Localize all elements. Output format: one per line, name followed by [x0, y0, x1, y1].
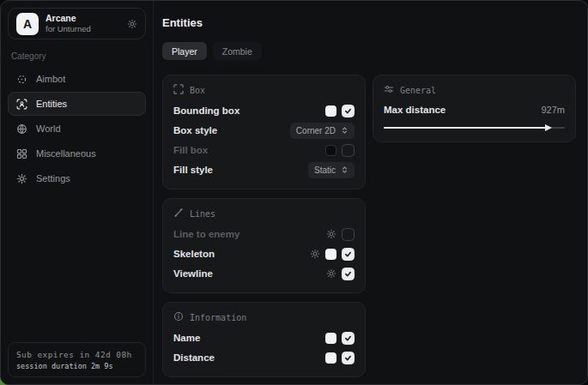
box-style-row: Box style Corner 2D	[173, 121, 355, 140]
line-to-enemy-row: Line to enemy	[173, 225, 355, 244]
sidebar: A Arcane for Unturned Category	[1, 1, 154, 384]
max-distance-label: Max distance	[384, 105, 446, 115]
sidebar-item-label: Entities	[36, 99, 67, 109]
app-logo: A	[16, 13, 39, 35]
sidebar-item-label: World	[36, 123, 61, 134]
gear-icon	[15, 173, 27, 184]
skeleton-label: Skeleton	[173, 249, 215, 259]
sidebar-item-miscellaneous[interactable]: Miscellaneous	[8, 141, 146, 165]
sub-expiry-text: Sub expires in 42d 08h	[16, 350, 137, 359]
distance-row: Distance	[173, 348, 355, 367]
box-style-label: Box style	[173, 125, 217, 135]
app-header-card: A Arcane for Unturned	[8, 8, 146, 39]
general-card-header: General	[384, 84, 565, 96]
sidebar-item-label: Aimbot	[36, 74, 65, 84]
gear-icon[interactable]	[326, 268, 336, 279]
tab-zombie[interactable]: Zombie	[213, 42, 262, 60]
box-style-dropdown[interactable]: Corner 2D	[290, 123, 355, 139]
lines-card-header: Lines	[173, 208, 355, 220]
line-to-enemy-checkbox[interactable]	[342, 228, 355, 241]
category-label: Category	[11, 51, 142, 61]
viewline-row: Viewline	[173, 264, 355, 283]
grid-icon	[15, 148, 27, 159]
app-subtitle: for Unturned	[45, 24, 91, 34]
globe-icon	[15, 123, 27, 135]
bounding-box-label: Bounding box	[173, 105, 239, 116]
arcane-window: A Arcane for Unturned Category	[0, 0, 588, 385]
left-column: Box Bounding box B	[162, 75, 366, 377]
gear-icon[interactable]	[310, 249, 320, 259]
gear-icon[interactable]	[127, 19, 137, 29]
info-icon	[173, 311, 184, 323]
viewfinder-icon	[173, 84, 184, 96]
sidebar-item-world[interactable]: World	[8, 117, 146, 141]
information-card-header: Information	[173, 311, 355, 323]
gear-icon[interactable]	[326, 229, 336, 239]
max-distance-slider[interactable]	[384, 123, 565, 132]
distance-checkbox[interactable]	[342, 352, 355, 364]
fill-style-dropdown[interactable]: Static	[308, 162, 355, 178]
name-row: Name	[173, 328, 355, 347]
right-column: General Max distance 927m	[373, 75, 576, 142]
entity-tabs: Player Zombie	[162, 42, 576, 60]
main-content: Entities Player Zombie	[155, 1, 587, 384]
viewline-label: Viewline	[173, 268, 213, 279]
slider-thumb[interactable]	[545, 124, 552, 131]
max-distance-value: 927m	[541, 105, 565, 115]
sidebar-item-settings[interactable]: Settings	[8, 166, 146, 190]
sidebar-item-aimbot[interactable]: Aimbot	[8, 67, 146, 91]
bounding-box-checkbox[interactable]	[342, 105, 355, 117]
fill-box-checkbox[interactable]	[342, 144, 355, 157]
scan-person-icon	[15, 99, 27, 110]
fill-box-label: Fill box	[173, 145, 208, 155]
fill-style-label: Fill style	[173, 165, 213, 175]
color-swatch[interactable]	[325, 333, 336, 344]
information-card: Information Name D	[162, 302, 366, 377]
fill-box-row: Fill box	[173, 141, 355, 159]
sidebar-item-label: Miscellaneous	[36, 148, 96, 159]
name-checkbox[interactable]	[342, 332, 355, 345]
box-style-value: Corner 2D	[296, 126, 336, 135]
app-meta: Arcane for Unturned	[45, 13, 91, 34]
box-card-header: Box	[173, 84, 355, 96]
slider-fill	[384, 127, 549, 129]
lines-card-title: Lines	[190, 209, 215, 219]
max-distance-row: Max distance 927m	[384, 101, 565, 118]
sliders-icon	[384, 84, 394, 96]
lines-card: Lines Line to enemy	[162, 198, 366, 293]
general-card: General Max distance 927m	[373, 75, 576, 142]
line-to-enemy-label: Line to enemy	[173, 229, 239, 239]
app-name: Arcane	[45, 13, 91, 24]
diagonal-line-icon	[173, 208, 184, 220]
name-label: Name	[173, 333, 200, 343]
skeleton-row: Skeleton	[173, 244, 355, 263]
fill-style-row: Fill style Static	[173, 160, 355, 179]
color-swatch[interactable]	[325, 352, 336, 364]
color-swatch[interactable]	[325, 145, 336, 156]
color-swatch[interactable]	[325, 105, 336, 117]
subscription-status-card: Sub expires in 42d 08h session duration …	[8, 342, 146, 377]
information-card-title: Information	[190, 313, 246, 322]
chevron-updown-icon	[341, 126, 349, 135]
box-card-title: Box	[190, 86, 205, 95]
distance-label: Distance	[173, 352, 215, 363]
crosshair-icon	[15, 74, 27, 85]
tab-player[interactable]: Player	[162, 42, 207, 60]
session-duration-text: session duration 2m 9s	[16, 362, 137, 370]
skeleton-checkbox[interactable]	[342, 248, 355, 261]
chevron-updown-icon	[341, 165, 349, 174]
bounding-box-row: Bounding box	[173, 101, 355, 120]
sidebar-item-label: Settings	[36, 173, 70, 183]
screen: A Arcane for Unturned Category	[0, 0, 588, 385]
color-swatch[interactable]	[325, 249, 336, 260]
general-card-title: General	[400, 86, 436, 95]
box-card: Box Bounding box B	[162, 75, 366, 189]
page-title: Entities	[162, 16, 576, 29]
fill-style-value: Static	[314, 165, 336, 175]
viewline-checkbox[interactable]	[342, 268, 355, 280]
sidebar-item-entities[interactable]: Entities	[8, 92, 146, 116]
